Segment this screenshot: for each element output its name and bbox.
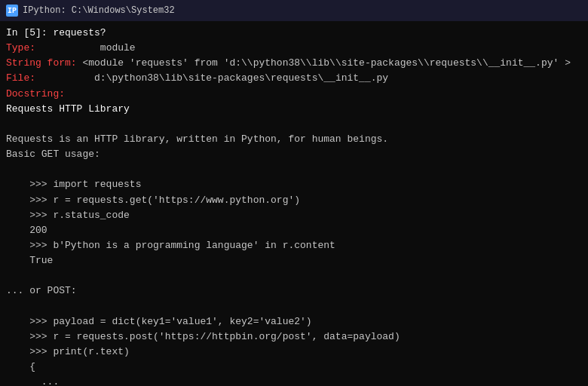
line-code6: >>> r = requests.post('https://httpbin.o… bbox=[6, 329, 582, 345]
line-blank4 bbox=[6, 299, 582, 314]
line-orpost: ... or POST: bbox=[6, 283, 582, 299]
line-type: Type: module bbox=[6, 41, 582, 56]
line-blank2 bbox=[6, 162, 582, 177]
line-blank3 bbox=[6, 268, 582, 283]
title-bar: IP IPython: C:\Windows\System32 bbox=[0, 0, 588, 21]
title-bar-text: IPython: C:\Windows\System32 bbox=[23, 5, 175, 16]
line-desc2: Basic GET usage: bbox=[6, 147, 582, 162]
line-stringform: String form: <module 'requests' from 'd:… bbox=[6, 56, 582, 71]
line-code1: >>> import requests bbox=[6, 177, 582, 192]
line-desc1: Requests is an HTTP library, written in … bbox=[6, 132, 582, 147]
app-icon: IP bbox=[6, 5, 18, 17]
line-code3: >>> r.status_code bbox=[6, 208, 582, 223]
line-file: File: d:\python38\lib\site-packages\requ… bbox=[6, 71, 582, 86]
line-code7: >>> print(r.text) bbox=[6, 345, 582, 360]
line-input: In [5]: requests? bbox=[6, 26, 582, 41]
line-docstring-title: Requests HTTP Library bbox=[6, 102, 582, 117]
line-code5: >>> payload = dict(key1='value1', key2='… bbox=[6, 314, 582, 329]
line-out1: 200 bbox=[6, 223, 582, 238]
line-out3: { bbox=[6, 360, 582, 375]
line-out4: ... bbox=[6, 375, 582, 386]
line-out2: True bbox=[6, 253, 582, 268]
terminal-body: In [5]: requests? Type: module String fo… bbox=[0, 21, 588, 386]
line-docstring-label: Docstring: bbox=[6, 87, 582, 102]
line-code4: >>> b'Python is a programming language' … bbox=[6, 238, 582, 253]
line-code2: >>> r = requests.get('https://www.python… bbox=[6, 193, 582, 208]
line-blank1 bbox=[6, 117, 582, 132]
